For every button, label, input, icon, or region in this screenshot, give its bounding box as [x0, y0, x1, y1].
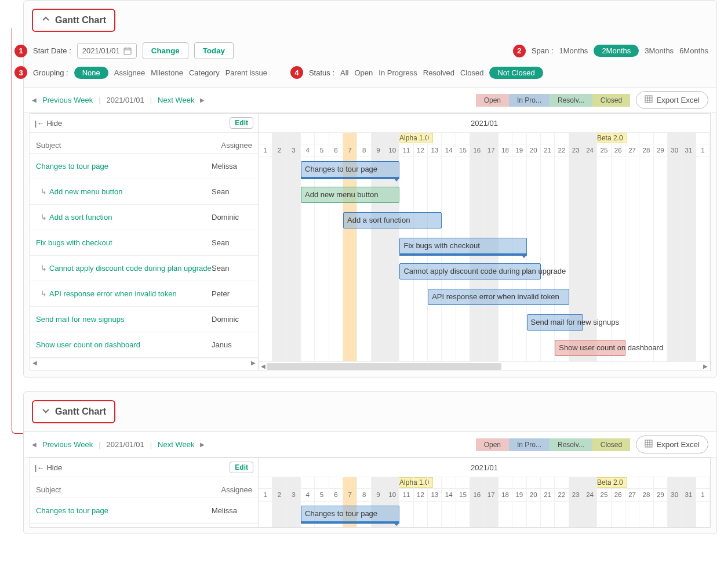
- callout-badge-4: 4: [290, 66, 303, 79]
- collapse-toggle[interactable]: Gantt Chart: [32, 9, 115, 32]
- collapse-left-icon: |←: [35, 463, 44, 472]
- legend-closed: Closed: [592, 438, 630, 451]
- export-excel-button[interactable]: Export Excel: [636, 91, 708, 109]
- gantt-bar[interactable]: Add new menu button: [301, 187, 399, 203]
- chevron-down-icon: [41, 406, 50, 418]
- gantt-left-column: |← Hide Edit Subject Assignee Changes to…: [30, 458, 259, 527]
- assignee-value: Sean: [212, 238, 252, 247]
- issue-link[interactable]: Add new menu button: [36, 187, 212, 196]
- col-assignee-header: Assignee: [221, 141, 252, 150]
- status-option-open[interactable]: Open: [354, 68, 373, 77]
- status-option-all[interactable]: All: [340, 68, 348, 77]
- span-option-1m[interactable]: 1Months: [559, 46, 588, 55]
- edit-button[interactable]: Edit: [230, 462, 253, 473]
- next-week-link[interactable]: Next Week: [158, 440, 194, 449]
- gantt-table: |← Hide Edit Subject Assignee Changes to…: [30, 458, 711, 528]
- gantt-bar[interactable]: Send mail for new signups: [527, 314, 583, 331]
- section-title: Gantt Chart: [55, 406, 106, 417]
- callout-badge-3: 3: [14, 66, 27, 79]
- export-excel-button[interactable]: Export Excel: [636, 435, 708, 453]
- legend-in-progress: In Pro...: [509, 94, 550, 107]
- svg-rect-0: [124, 48, 131, 55]
- status-option-resolved[interactable]: Resolved: [423, 68, 454, 77]
- legend-open: Open: [476, 94, 509, 107]
- month-header: 2021/01: [259, 458, 710, 477]
- table-row: Cannot apply discount code during plan u…: [30, 256, 258, 281]
- assignee-value: Melissa: [212, 162, 252, 170]
- status-option-in-progress[interactable]: In Progress: [379, 68, 417, 77]
- issue-link[interactable]: Fix bugs with checkout: [36, 238, 212, 247]
- gantt-bar[interactable]: Show user count on dashboard: [555, 340, 625, 356]
- grouping-label: Grouping :: [33, 68, 68, 77]
- grouping-option-parent[interactable]: Parent issue: [225, 68, 267, 77]
- assignee-value: Dominic: [212, 213, 252, 222]
- gantt-bar[interactable]: Changes to tour page: [301, 506, 399, 522]
- previous-week-link[interactable]: Previous Week: [42, 440, 93, 449]
- issue-link[interactable]: Cannot apply discount code during plan u…: [36, 264, 212, 273]
- col-assignee-header: Assignee: [221, 485, 252, 494]
- status-color-legend: Open In Pro... Resolv... Closed: [476, 94, 631, 107]
- table-row: Fix bugs with checkoutSean: [30, 230, 258, 256]
- issue-link[interactable]: Changes to tour page: [36, 162, 212, 170]
- start-date-input[interactable]: 2021/01/01: [77, 43, 137, 59]
- today-button[interactable]: Today: [194, 42, 234, 59]
- table-row: Changes to tour pageMelissa: [30, 498, 258, 524]
- assignee-value: Sean: [212, 264, 252, 273]
- arrow-left-icon: ◀: [32, 360, 37, 366]
- previous-week-link[interactable]: Previous Week: [42, 96, 93, 104]
- hide-column-button[interactable]: |← Hide: [35, 119, 62, 128]
- span-option-3m[interactable]: 3Months: [645, 46, 674, 55]
- callout-badge-2: 2: [513, 45, 526, 57]
- legend-resolved: Resolv...: [550, 438, 592, 451]
- edit-button[interactable]: Edit: [230, 117, 253, 129]
- issue-link[interactable]: Send mail for new signups: [36, 315, 212, 324]
- grouping-option-assignee[interactable]: Assignee: [114, 68, 145, 77]
- nav-current-date: 2021/01/01: [107, 440, 144, 449]
- status-color-legend: Open In Pro... Resolv... Closed: [476, 438, 631, 451]
- assignee-value: Peter: [212, 289, 252, 298]
- col-subject-header: Subject: [36, 485, 221, 494]
- assignee-value: Janus: [212, 340, 252, 349]
- change-button[interactable]: Change: [143, 42, 188, 59]
- issue-link[interactable]: Changes to tour page: [36, 506, 212, 515]
- week-nav-bar: ◀ Previous Week | 2021/01/01 | Next Week…: [24, 431, 716, 458]
- table-row: Show user count on dashboardJanus: [30, 332, 258, 358]
- assignee-value: Melissa: [212, 506, 252, 515]
- grouping-option-milestone[interactable]: Milestone: [151, 68, 183, 77]
- gantt-timeline: 2021/01 ⚑Alpha 1.0⚑Beta 2.0 123456789101…: [259, 114, 710, 371]
- week-nav-bar: ◀ Previous Week | 2021/01/01 | Next Week…: [24, 87, 716, 113]
- status-option-not-closed[interactable]: Not Closed: [489, 67, 543, 79]
- span-option-2m[interactable]: 2Months: [594, 45, 639, 57]
- gantt-bar[interactable]: Add a sort function: [343, 212, 442, 228]
- nav-current-date: 2021/01/01: [107, 96, 144, 104]
- grouping-option-none[interactable]: None: [74, 67, 108, 79]
- next-week-link[interactable]: Next Week: [158, 96, 194, 104]
- svg-rect-9: [645, 440, 652, 447]
- status-label: Status :: [309, 68, 334, 77]
- table-row: Add a sort functionDominic: [30, 205, 258, 230]
- gantt-panel-collapsed: Gantt Chart ◀ Previous Week | 2021/01/01…: [23, 391, 717, 534]
- issue-link[interactable]: Show user count on dashboard: [36, 340, 212, 349]
- span-option-6m[interactable]: 6Months: [679, 46, 708, 55]
- gantt-bar[interactable]: API response error when invalid token: [428, 289, 569, 305]
- right-horizontal-scrollbar[interactable]: ◀ ▶: [259, 361, 710, 371]
- assignee-value: Sean: [212, 187, 252, 196]
- left-horizontal-scrollbar[interactable]: ◀ ▶: [30, 358, 258, 367]
- issue-link[interactable]: Add a sort function: [36, 213, 212, 222]
- grouping-option-category[interactable]: Category: [189, 68, 220, 77]
- collapse-toggle[interactable]: Gantt Chart: [32, 400, 115, 423]
- gantt-bar[interactable]: Fix bugs with checkout: [399, 238, 526, 254]
- issue-link[interactable]: API response error when invalid token: [36, 289, 212, 298]
- gantt-bar[interactable]: Cannot apply discount code during plan u…: [399, 263, 540, 280]
- hide-column-button[interactable]: |← Hide: [35, 463, 62, 472]
- arrow-right-icon: ▶: [251, 360, 256, 366]
- callout-badge-1: 1: [14, 45, 27, 57]
- grid-icon: [645, 440, 653, 449]
- start-date-value: 2021/01/01: [82, 46, 120, 55]
- col-subject-header: Subject: [36, 141, 221, 150]
- gantt-bar[interactable]: Changes to tour page: [301, 161, 399, 177]
- export-excel-label: Export Excel: [656, 440, 700, 449]
- assignee-value: Dominic: [212, 315, 252, 324]
- export-excel-label: Export Excel: [656, 96, 700, 104]
- status-option-closed[interactable]: Closed: [460, 68, 483, 77]
